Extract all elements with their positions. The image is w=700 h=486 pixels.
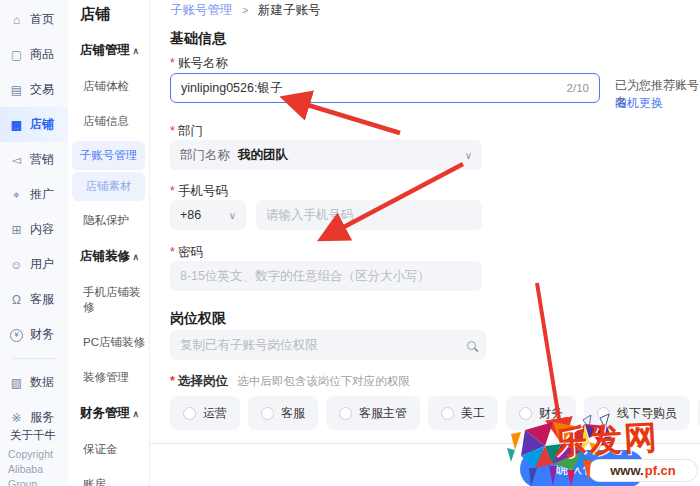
position-option-cs-supervisor[interactable]: 客服主管 <box>326 396 420 430</box>
phone-input[interactable] <box>266 208 472 222</box>
country-code-select[interactable]: +86 ∨ <box>170 200 246 230</box>
account-name-field: 2/10 <box>170 73 600 103</box>
group-store-management[interactable]: 店铺管理 ∧ <box>68 32 149 69</box>
chevron-down-icon: ∨ <box>465 150 472 161</box>
rail-label: 推广 <box>30 186 54 203</box>
subnav-item-store-checkup[interactable]: 店铺体检 <box>68 69 149 104</box>
rail-label: 财务 <box>30 326 54 343</box>
chevron-down-icon: ∨ <box>229 210 236 221</box>
select-position-label: *选择岗位 选中后即包含该岗位下对应的权限 <box>170 373 410 390</box>
department-label: *部门 <box>170 123 203 140</box>
rail-item-service[interactable]: Ω 客服 <box>0 282 68 317</box>
product-box-icon: ▢ <box>9 49 24 61</box>
headset-icon: Ω <box>9 294 24 306</box>
position-option-designer[interactable]: 美工 <box>428 396 498 430</box>
collapse-caret-icon: ∧ <box>132 409 139 419</box>
password-input[interactable] <box>180 269 472 283</box>
group-store-decoration[interactable]: 店铺装修 ∧ <box>68 238 149 275</box>
watermark-url-prefix: www. <box>610 463 643 478</box>
app-window: ⌂ 首页 ▢ 商品 ▤ 交易 ▩ 店铺 ◅ 营销 ⌖ 推广 ⊞ 内容 ☺ 用户 <box>0 0 700 486</box>
chart-icon: ▧ <box>9 377 24 389</box>
store-subnav: 店铺 店铺管理 ∧ 店铺体检 店铺信息 子账号管理 店铺素材 隐私保护 店铺装修… <box>68 0 150 486</box>
department-value: 我的团队 <box>238 147 288 164</box>
home-icon: ⌂ <box>9 14 24 26</box>
phone-field <box>256 200 482 230</box>
rail-item-marketing[interactable]: ◅ 营销 <box>0 142 68 177</box>
breadcrumb: 子账号管理 > 新建子账号 <box>170 2 320 19</box>
copyright-text: Copyright Alibaba Group <box>0 447 68 486</box>
rail-item-products[interactable]: ▢ 商品 <box>0 37 68 72</box>
subnav-item-mobile-decoration[interactable]: 手机店铺装修 <box>68 275 149 325</box>
watermark-url-domain: pf.cn <box>645 463 676 478</box>
rail-label: 内容 <box>30 221 54 238</box>
rail-item-home[interactable]: ⌂ 首页 <box>0 2 68 37</box>
rail-label: 营销 <box>30 151 54 168</box>
main-content: 子账号管理 > 新建子账号 基础信息 *账号名称 2/10 已为您推荐账号名 随… <box>150 0 700 486</box>
megaphone-icon: ◅ <box>9 154 24 166</box>
position-option-customer-service[interactable]: 客服 <box>248 396 318 430</box>
account-name-input[interactable] <box>181 81 561 95</box>
radio-icon[interactable] <box>261 407 274 420</box>
subnav-item-pc-decoration[interactable]: PC店铺装修 <box>68 325 149 360</box>
hash-circle-icon: ⊞ <box>9 224 24 236</box>
rail-label: 商品 <box>30 46 54 63</box>
person-icon: ☺ <box>9 259 24 271</box>
account-name-label: *账号名称 <box>170 55 228 72</box>
section-basic-info: 基础信息 <box>170 30 226 48</box>
subnav-item-deposit[interactable]: 保证金 <box>68 432 149 467</box>
rail-label: 交易 <box>30 81 54 98</box>
rail-item-content[interactable]: ⊞ 内容 <box>0 212 68 247</box>
rail-item-about-qianniu[interactable]: 关于千牛 <box>0 428 68 447</box>
position-option-operations[interactable]: 运营 <box>170 396 240 430</box>
rail-label: 数据 <box>30 374 54 391</box>
password-field <box>170 261 482 291</box>
subnav-item-privacy[interactable]: 隐私保护 <box>68 203 149 238</box>
rail-item-users[interactable]: ☺ 用户 <box>0 247 68 282</box>
yuan-circle-icon: ¥ <box>10 329 23 342</box>
search-icon <box>467 341 476 350</box>
radio-icon[interactable] <box>183 407 196 420</box>
breadcrumb-separator: > <box>242 4 248 16</box>
rail-label: 服务 <box>30 409 54 426</box>
rail-item-promotion[interactable]: ⌖ 推广 <box>0 177 68 212</box>
permission-search-input[interactable] <box>180 338 467 352</box>
breadcrumb-subaccount-link[interactable]: 子账号管理 <box>170 3 233 17</box>
department-prefix: 部门名称 <box>180 147 230 164</box>
radio-icon[interactable] <box>441 407 454 420</box>
subnav-title: 店铺 <box>68 0 149 32</box>
rail-label: 首页 <box>30 11 54 28</box>
rail-item-trade[interactable]: ▤ 交易 <box>0 72 68 107</box>
order-list-icon: ▤ <box>9 84 24 96</box>
group-finance-management[interactable]: 财务管理 ∧ <box>68 395 149 432</box>
permission-search-field <box>170 330 486 360</box>
rail-item-services[interactable]: ※ 服务 <box>0 400 68 428</box>
subnav-item-ledger[interactable]: 账房 <box>68 467 149 486</box>
radio-icon[interactable] <box>519 407 532 420</box>
rail-label: 用户 <box>30 256 54 273</box>
rail-label: 客服 <box>30 291 54 308</box>
subnav-item-store-assets[interactable]: 店铺素材 <box>72 172 145 201</box>
breadcrumb-current: 新建子账号 <box>258 3 321 17</box>
location-pin-icon: ⌖ <box>9 189 24 201</box>
phone-label: *手机号码 <box>170 183 228 200</box>
rail-divider <box>12 358 56 359</box>
service-icon: ※ <box>9 412 24 424</box>
rail-label: 店铺 <box>30 116 54 133</box>
subnav-item-subaccount-management[interactable]: 子账号管理 <box>72 141 145 170</box>
radio-icon[interactable] <box>339 407 352 420</box>
char-counter: 2/10 <box>567 82 589 94</box>
collapse-caret-icon: ∧ <box>132 252 139 262</box>
subnav-item-decoration-management[interactable]: 装修管理 <box>68 360 149 395</box>
password-label: *密码 <box>170 244 203 261</box>
subnav-item-store-info[interactable]: 店铺信息 <box>68 104 149 139</box>
rail-item-data[interactable]: ▧ 数据 <box>0 365 68 400</box>
rail-item-finance[interactable]: ¥ 财务 <box>0 317 68 352</box>
select-position-hint: 选中后即包含该岗位下对应的权限 <box>237 375 410 387</box>
department-select[interactable]: 部门名称 我的团队 ∨ <box>170 140 482 170</box>
rail-item-store[interactable]: ▩ 店铺 <box>0 107 68 142</box>
watermark-site-name: 乐发网 <box>553 415 660 465</box>
nav-rail: ⌂ 首页 ▢ 商品 ▤ 交易 ▩ 店铺 ◅ 营销 ⌖ 推广 ⊞ 内容 ☺ 用户 <box>0 0 68 486</box>
shuffle-name-link[interactable]: 随机更换 <box>615 95 663 112</box>
collapse-caret-icon: ∧ <box>132 46 139 56</box>
country-code-value: +86 <box>180 208 201 222</box>
